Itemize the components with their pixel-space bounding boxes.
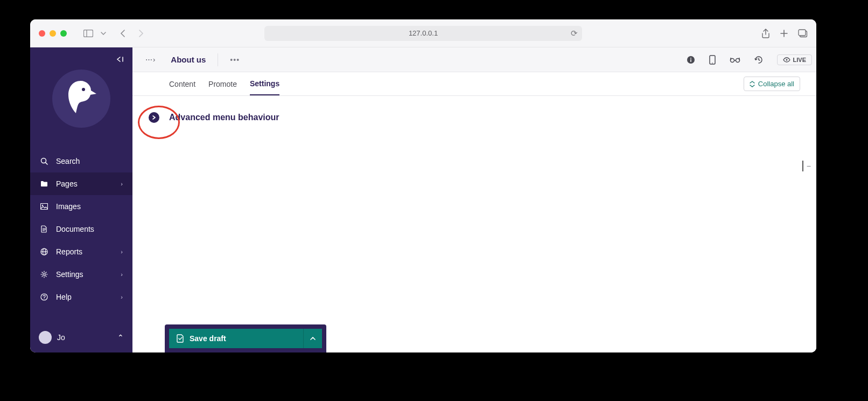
user-name: Jo <box>57 333 65 342</box>
address-text: 127.0.0.1 <box>409 29 438 37</box>
gear-icon <box>40 271 48 278</box>
sidebar-nav: Search Pages › Images Documents Re <box>30 150 132 308</box>
save-draft-button[interactable]: Save draft <box>169 329 304 348</box>
page-title: About us <box>171 55 206 64</box>
collapse-sidebar-icon[interactable] <box>115 56 124 63</box>
collapse-all-label: Collapse all <box>758 80 794 88</box>
history-icon[interactable] <box>754 56 763 64</box>
svg-line-6 <box>46 163 48 165</box>
mobile-preview-icon[interactable] <box>709 55 716 65</box>
svg-rect-0 <box>84 30 93 37</box>
app: Search Pages › Images Documents Re <box>30 47 816 352</box>
tab-promote[interactable]: Promote <box>208 72 237 95</box>
panel-title: Advanced menu behaviour <box>169 113 279 122</box>
new-tab-icon[interactable] <box>780 29 788 38</box>
tabs-overview-icon[interactable] <box>798 29 808 38</box>
browser-window: 127.0.0.1 ⟳ <box>30 19 816 352</box>
minimap[interactable]: − <box>802 161 811 171</box>
chevron-right-icon: › <box>121 248 123 255</box>
chevron-right-icon: › <box>121 181 123 187</box>
svg-point-25 <box>786 59 787 60</box>
svg-point-22 <box>712 63 713 64</box>
save-draft-label: Save draft <box>190 334 226 343</box>
address-bar[interactable]: 127.0.0.1 ⟳ <box>264 26 582 41</box>
tab-label: Promote <box>208 80 237 88</box>
avatar <box>39 331 52 344</box>
globe-icon <box>40 248 48 255</box>
minimize-window-button[interactable] <box>50 30 56 37</box>
sidebar-item-label: Help <box>56 293 72 301</box>
forward-button[interactable] <box>134 27 149 40</box>
reload-icon[interactable]: ⟳ <box>571 29 578 38</box>
close-window-button[interactable] <box>39 30 45 37</box>
expand-panel-button[interactable] <box>149 112 159 123</box>
minimap-symbol: − <box>807 162 811 170</box>
help-icon <box>40 293 48 301</box>
collapse-icon <box>750 81 755 87</box>
sidebar-item-label: Documents <box>56 225 94 233</box>
sidebar-item-pages[interactable]: Pages › <box>30 172 132 195</box>
panel-header: Advanced menu behaviour <box>132 96 816 123</box>
svg-rect-19 <box>690 59 691 62</box>
sidebar-item-label: Images <box>56 202 81 211</box>
tab-settings[interactable]: Settings <box>250 72 279 95</box>
traffic-lights <box>39 30 67 37</box>
breadcrumb-icon[interactable]: ⋯› <box>145 56 156 64</box>
sidebar: Search Pages › Images Documents Re <box>30 47 132 352</box>
sidebar-toggle-icon[interactable] <box>81 27 96 40</box>
back-button[interactable] <box>115 27 130 40</box>
sidebar-user[interactable]: Jo ⌃ <box>30 324 132 352</box>
svg-point-17 <box>44 299 44 299</box>
save-options-button[interactable] <box>304 329 322 348</box>
folder-icon <box>40 181 48 187</box>
image-icon <box>40 203 48 210</box>
sidebar-item-images[interactable]: Images <box>30 195 132 218</box>
divider <box>218 53 218 66</box>
browser-chrome: 127.0.0.1 ⟳ <box>30 19 816 47</box>
maximize-window-button[interactable] <box>60 30 67 37</box>
tab-label: Settings <box>250 79 279 88</box>
chevron-right-icon: › <box>121 271 123 278</box>
draft-icon <box>177 334 184 343</box>
share-icon[interactable] <box>761 29 770 38</box>
sidebar-item-label: Pages <box>56 179 78 188</box>
sidebar-item-label: Settings <box>56 270 83 279</box>
content-area: Advanced menu behaviour − Save draft <box>132 96 816 352</box>
document-icon <box>40 225 48 233</box>
sidebar-item-reports[interactable]: Reports › <box>30 240 132 263</box>
tabs: Content Promote Settings Collapse all <box>132 72 816 96</box>
sidebar-item-search[interactable]: Search <box>30 150 132 172</box>
svg-point-15 <box>43 273 45 275</box>
tab-label: Content <box>169 80 195 88</box>
chevron-right-icon: › <box>121 294 123 300</box>
sidebar-item-label: Reports <box>56 247 82 256</box>
svg-point-20 <box>690 58 691 59</box>
svg-point-4 <box>82 88 85 91</box>
logo <box>30 47 132 150</box>
sidebar-item-documents[interactable]: Documents <box>30 218 132 240</box>
search-icon <box>40 157 48 165</box>
sidebar-item-settings[interactable]: Settings › <box>30 263 132 286</box>
chevron-up-icon: ⌃ <box>117 333 124 342</box>
main: ⋯› About us ••• LIVE Content Promot <box>132 47 816 352</box>
svg-rect-3 <box>799 30 806 36</box>
collapse-all-button[interactable]: Collapse all <box>744 77 800 91</box>
eye-icon <box>783 57 790 63</box>
topbar: ⋯› About us ••• LIVE <box>132 47 816 72</box>
minimap-bar-icon <box>802 161 803 171</box>
chevron-down-icon[interactable] <box>99 27 108 40</box>
info-icon[interactable] <box>687 56 695 64</box>
svg-point-23 <box>730 58 734 62</box>
sidebar-item-help[interactable]: Help › <box>30 286 132 308</box>
more-actions-icon[interactable]: ••• <box>230 56 240 64</box>
live-label: LIVE <box>793 57 806 63</box>
live-badge[interactable]: LIVE <box>777 54 812 65</box>
tab-content[interactable]: Content <box>169 72 195 95</box>
svg-rect-7 <box>41 204 48 210</box>
svg-point-24 <box>736 58 739 62</box>
save-bar: Save draft <box>165 324 326 352</box>
sidebar-item-label: Search <box>56 157 80 165</box>
glasses-icon[interactable] <box>730 57 740 63</box>
svg-point-8 <box>42 205 43 206</box>
